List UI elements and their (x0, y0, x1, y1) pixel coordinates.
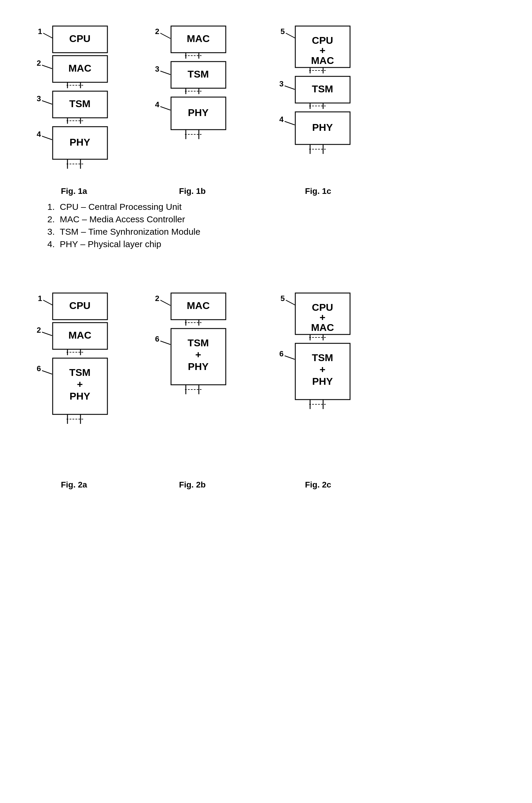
label-2-2a: 2 (37, 325, 41, 334)
label-3-1c: 3 (279, 79, 283, 88)
tsm-label-2b: TSM (188, 337, 209, 348)
legend-num-1: 1. (48, 202, 56, 212)
fig-2a-diagram: 1 CPU 2 MAC 6 TSM (33, 285, 115, 477)
tsm-plus-2a: + (77, 378, 83, 390)
svg-line-29 (285, 86, 295, 89)
mac-label-1a: MAC (68, 62, 91, 74)
cpu-mac-label-1c: CPU (312, 35, 333, 46)
cpu-label-2a: CPU (69, 300, 91, 311)
fig-1b: 2 MAC 3 TSM 4 (151, 18, 234, 196)
phy-label-1a: PHY (70, 136, 90, 148)
svg-line-17 (160, 71, 170, 75)
label-1-1a: 1 (38, 27, 42, 36)
cpu-mac-plus-1c: + (320, 45, 325, 56)
label-4-1b: 4 (155, 100, 159, 109)
tsm-label-2c: TSM (312, 352, 333, 363)
fig-1a-caption: Fig. 1a (61, 186, 87, 196)
tsm-plus-2b: + (195, 349, 201, 360)
spacer (24, 267, 508, 285)
svg-line-0 (43, 33, 53, 38)
tsm-plus-2c: + (320, 364, 325, 375)
legend-item-1: 1. CPU – Central Processing Unit (48, 202, 508, 212)
label-5-1c: 5 (281, 27, 285, 36)
label-6-2b: 6 (155, 334, 159, 343)
fig-2b-caption: Fig. 2b (179, 480, 206, 489)
label-2-2b: 2 (155, 294, 159, 303)
legend-num-2: 2. (48, 214, 56, 224)
legend-text-4: PHY – Physical layer chip (60, 239, 161, 249)
mac-label-2a: MAC (68, 330, 91, 341)
label-6-2c: 6 (279, 349, 283, 358)
legend-item-4: 4. PHY – Physical layer chip (48, 239, 508, 249)
tsm-label-1b: TSM (188, 68, 209, 80)
page: 1 CPU 2 MAC 3 TSM (0, 0, 532, 803)
cpu-mac-mac-1c: MAC (311, 55, 334, 66)
label-3-1b: 3 (155, 64, 159, 73)
legend-text-2: MAC – Media Access Controller (60, 214, 185, 224)
svg-line-9 (42, 136, 52, 140)
svg-line-46 (160, 300, 170, 305)
fig-1c-diagram: 5 CPU + MAC 3 TSM (275, 18, 361, 184)
tsm-label-1a: TSM (69, 98, 91, 109)
fig-2b-diagram: 2 MAC 6 TSM + PHY (151, 285, 234, 477)
tsm-label-2a: TSM (69, 367, 91, 378)
phy-label-1b: PHY (188, 107, 209, 118)
legend-text-3: TSM – Time Synhronization Module (60, 227, 200, 237)
label-2-1a: 2 (37, 59, 41, 68)
svg-line-50 (160, 341, 170, 344)
fig-1a: 1 CPU 2 MAC 3 TSM (33, 18, 115, 196)
fig-1b-diagram: 2 MAC 3 TSM 4 (151, 18, 234, 184)
cpu-label-1a: CPU (69, 33, 91, 44)
figures-row-1: 1 CPU 2 MAC 3 TSM (33, 18, 508, 196)
label-1-2a: 1 (38, 294, 42, 303)
svg-line-42 (42, 371, 52, 374)
fig-2a: 1 CPU 2 MAC 6 TSM (33, 285, 115, 489)
fig-2c-caption: Fig. 2c (305, 480, 331, 489)
label-2-1b: 2 (155, 27, 159, 36)
mac-label-1b: MAC (187, 33, 209, 44)
legend-num-4: 4. (48, 239, 56, 249)
fig-2a-caption: Fig. 2a (61, 480, 87, 489)
svg-line-33 (285, 122, 295, 125)
svg-line-1 (42, 65, 52, 69)
svg-line-54 (286, 300, 296, 305)
legend-item-3: 3. TSM – Time Synhronization Module (48, 227, 508, 237)
legend-text-1: CPU – Central Processing Unit (60, 202, 182, 212)
phy-label-2c: PHY (312, 376, 333, 387)
cpu-label-2c: CPU (312, 302, 333, 313)
label-4-1c: 4 (279, 115, 284, 124)
svg-line-25 (286, 33, 296, 38)
svg-line-5 (42, 101, 52, 104)
fig-1b-caption: Fig. 1b (179, 186, 206, 196)
fig-1c-caption: Fig. 1c (305, 186, 331, 196)
svg-line-21 (160, 107, 170, 110)
cpu-mac-plus-2c: + (320, 312, 325, 323)
svg-line-13 (160, 33, 170, 38)
label-5-2c: 5 (281, 294, 285, 303)
svg-line-58 (285, 356, 295, 359)
phy-label-2a: PHY (70, 390, 90, 401)
legend: 1. CPU – Central Processing Unit 2. MAC … (48, 202, 508, 249)
figures-row-2: 1 CPU 2 MAC 6 TSM (33, 285, 508, 489)
fig-2b: 2 MAC 6 TSM + PHY (151, 285, 234, 489)
fig-2c: 5 CPU + MAC 6 TSM + PHY (275, 285, 361, 489)
label-3-1a: 3 (37, 94, 41, 103)
fig-1c: 5 CPU + MAC 3 TSM (275, 18, 361, 196)
phy-label-1c: PHY (312, 122, 333, 133)
phy-label-2b: PHY (188, 361, 209, 372)
legend-num-3: 3. (48, 227, 56, 237)
fig-2c-diagram: 5 CPU + MAC 6 TSM + PHY (275, 285, 361, 477)
mac-label-2c: MAC (311, 322, 334, 333)
label-4-1a: 4 (37, 130, 41, 138)
svg-line-37 (43, 300, 53, 305)
svg-line-38 (42, 332, 52, 336)
legend-item-2: 2. MAC – Media Access Controller (48, 214, 508, 224)
tsm-label-1c: TSM (312, 83, 333, 94)
label-6-2a: 6 (37, 364, 41, 373)
fig-1a-diagram: 1 CPU 2 MAC 3 TSM (33, 18, 115, 184)
mac-label-2b: MAC (187, 300, 209, 311)
